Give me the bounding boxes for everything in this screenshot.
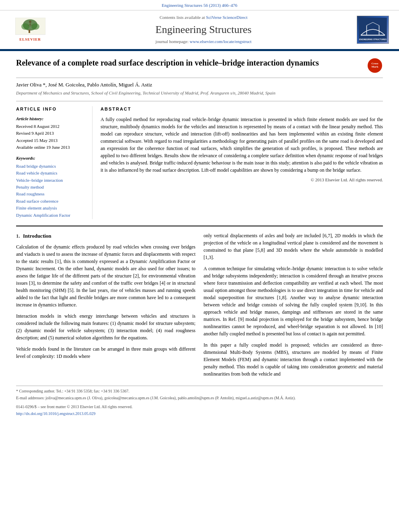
doi-line: http://dx.doi.org/10.1016/j.engstruct.20… <box>16 411 383 417</box>
intro-paragraph-2: Interaction models in which energy inter… <box>16 312 195 341</box>
svg-rect-4 <box>29 30 30 33</box>
svg-point-5 <box>29 21 31 23</box>
journal-title: Engineering Structures <box>60 23 347 37</box>
footer-refs: 0141-0296/$ – see front matter © 2013 El… <box>16 404 383 417</box>
journal-homepage: journal homepage: www.elsevier.com/locat… <box>60 39 347 45</box>
keyword-7: Finite element analysis <box>16 205 86 211</box>
accepted-date: Accepted 15 May 2013 <box>16 138 86 144</box>
intro-paragraph-3: Vehicle models found in the literature c… <box>16 345 195 360</box>
crossmark-label: CrossMark <box>371 62 378 68</box>
revised-date: Revised 9 April 2013 <box>16 130 86 136</box>
keyword-1: Road bridge dynamics <box>16 163 86 169</box>
sciverse-link[interactable]: SciVerse ScienceDirect <box>206 15 247 20</box>
keyword-3: Vehicle–bridge interaction <box>16 177 86 183</box>
journal-cover-icon: ENGINEERING STRUCTURES <box>358 18 387 42</box>
journal-ref-text: Engineering Structures 56 (2013) 466–476 <box>162 3 237 8</box>
keyword-6: Road surface coherence <box>16 198 86 204</box>
article-content: Relevance of a complete road surface des… <box>0 51 399 426</box>
intro-heading: 1. Introduction <box>16 232 195 240</box>
main-col-left: 1. Introduction Calculation of the dynam… <box>16 232 195 382</box>
intro-number: 1. <box>16 233 20 239</box>
svg-rect-9 <box>359 18 387 42</box>
footnote-email: E-mail addresses: joliva@mecanica.upm.es… <box>16 395 383 401</box>
article-footer: * Corresponding author. Tel.: +34 91 336… <box>16 386 383 417</box>
article-title: Relevance of a complete road surface des… <box>16 58 363 68</box>
authors-text: Javier Oliva *, José M. Goicolea, Pablo … <box>16 82 152 88</box>
article-body: ARTICLE INFO Article history: Received 8… <box>16 101 383 219</box>
intro-title: Introduction <box>23 233 51 239</box>
doi-link[interactable]: http://dx.doi.org/10.1016/j.engstruct.20… <box>16 411 95 416</box>
article-info-heading: ARTICLE INFO <box>16 106 86 112</box>
received-date: Received 8 August 2012 <box>16 123 86 129</box>
affiliation: Department of Mechanics and Structures, … <box>16 90 383 96</box>
abstract-text: A fully coupled method for reproducing r… <box>101 116 383 174</box>
sciverse-prefix: Contents lists available at <box>160 15 205 20</box>
keyword-8: Dynamic Amplification Factor <box>16 212 86 218</box>
main-col-right: only vertical displacements of axles and… <box>204 232 383 382</box>
available-date: Available online 19 June 2013 <box>16 144 86 150</box>
abstract-column: ABSTRACT A fully coupled method for repr… <box>101 106 383 219</box>
journal-header: ELSEVIER Contents lists available at Sci… <box>0 10 399 49</box>
article-info-column: ARTICLE INFO Article history: Received 8… <box>16 106 93 219</box>
keywords-heading: Keywords: <box>16 155 86 161</box>
sciverse-line: Contents lists available at SciVerse Sci… <box>60 14 347 21</box>
issn-line: 0141-0296/$ – see front matter © 2013 El… <box>16 404 383 410</box>
keywords-section: Keywords: Road bridge dynamicsRoad vehic… <box>16 155 86 218</box>
main-columns: 1. Introduction Calculation of the dynam… <box>16 226 383 382</box>
svg-text:ENGINEERING STRUCTURES: ENGINEERING STRUCTURES <box>359 39 387 41</box>
footnote-corresponding: * Corresponding author. Tel.: +34 91 336… <box>16 388 383 394</box>
header-right: ENGINEERING STRUCTURES <box>355 16 391 44</box>
svg-point-2 <box>21 23 29 30</box>
elsevier-logo: ELSEVIER <box>15 18 45 42</box>
crossmark-badge: CrossMark <box>367 58 383 74</box>
homepage-label: journal homepage: <box>156 39 189 44</box>
keyword-2: Road vehicle dynamics <box>16 170 86 176</box>
intro-paragraph-1: Calculation of the dynamic effects produ… <box>16 243 195 308</box>
keyword-4: Penalty method <box>16 184 86 190</box>
journal-thumbnail-image: ENGINEERING STRUCTURES <box>357 16 389 44</box>
article-title-section: Relevance of a complete road surface des… <box>16 58 383 78</box>
header-left: ELSEVIER <box>8 18 52 42</box>
col2-paragraph-3: In this paper a fully coupled model is p… <box>204 341 383 378</box>
keyword-5: Road roughness <box>16 191 86 197</box>
col2-paragraph-1: only vertical displacements of axles and… <box>204 232 383 261</box>
homepage-link[interactable]: www.elsevier.com/locate/engstruct <box>190 39 252 44</box>
copyright: © 2013 Elsevier Ltd. All rights reserved… <box>101 177 383 183</box>
article-history: Article history: Received 8 August 2012 … <box>16 116 86 151</box>
abstract-heading: ABSTRACT <box>101 106 383 112</box>
col2-paragraph-2: A common technique for simulating vehicl… <box>204 265 383 337</box>
authors-line: Javier Oliva *, José M. Goicolea, Pablo … <box>16 81 383 88</box>
page: Engineering Structures 56 (2013) 466–476 <box>0 0 399 532</box>
crossmark-icon: CrossMark <box>368 58 382 73</box>
journal-reference: Engineering Structures 56 (2013) 466–476 <box>0 0 399 10</box>
history-heading: Article history: <box>16 116 86 122</box>
svg-point-3 <box>31 23 39 30</box>
elsevier-wordmark: ELSEVIER <box>19 37 41 42</box>
elsevier-tree-icon <box>15 18 45 37</box>
header-center: Contents lists available at SciVerse Sci… <box>52 14 355 45</box>
